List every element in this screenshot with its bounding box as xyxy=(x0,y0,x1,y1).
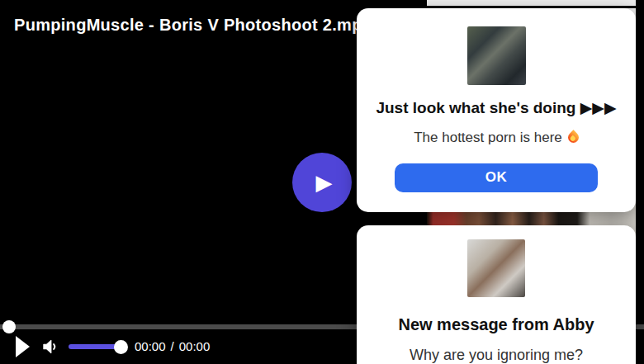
big-play-button[interactable]: ▶ xyxy=(292,153,352,212)
message-subtext: Why are you ignoring me? xyxy=(410,347,583,364)
duration: 00:00 xyxy=(179,339,211,353)
offer-heading: Just look what she's doing ▶▶▶ xyxy=(376,98,616,119)
play-button[interactable] xyxy=(16,336,31,357)
volume-icon xyxy=(40,336,61,357)
popup-message-dialog: New message from Abby Why are you ignori… xyxy=(357,225,636,364)
video-title: PumpingMuscle - Boris V Photoshoot 2.mp4 xyxy=(14,16,372,35)
time-separator: / xyxy=(171,339,174,353)
volume-handle[interactable] xyxy=(114,340,128,354)
offer-photo-thumbnail[interactable] xyxy=(467,26,526,85)
popup-offer-dialog: Just look what she's doing ▶▶▶ The hotte… xyxy=(357,8,636,212)
progress-handle[interactable] xyxy=(2,320,16,333)
video-player-page: PumpingMuscle - Boris V Photoshoot 2.mp4… xyxy=(0,0,644,364)
offer-subtext-row: The hottest porn is here xyxy=(414,130,579,146)
ok-button[interactable]: OK xyxy=(395,163,598,192)
big-play-icon: ▶ xyxy=(316,172,333,193)
volume-slider[interactable] xyxy=(69,344,121,349)
current-time: 00:00 xyxy=(135,339,166,353)
time-display: 00:00 / 00:00 xyxy=(135,339,210,353)
fire-emoji-icon xyxy=(566,130,580,144)
volume-button[interactable] xyxy=(40,336,61,357)
offer-subtext: The hottest porn is here xyxy=(414,130,562,146)
message-heading: New message from Abby xyxy=(398,314,594,335)
message-photo-thumbnail[interactable] xyxy=(467,239,525,297)
